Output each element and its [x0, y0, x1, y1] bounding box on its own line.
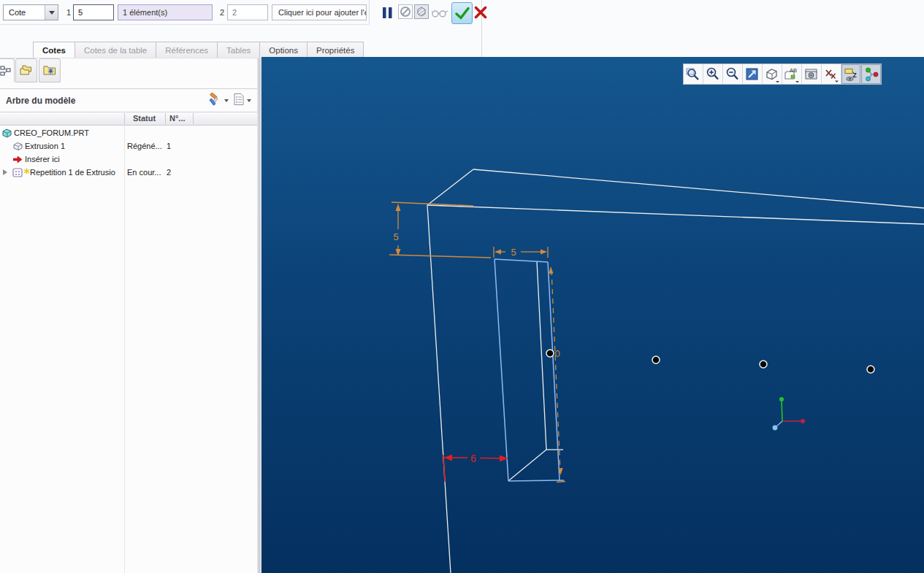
- tree-column-header: Statut N°...: [0, 112, 257, 126]
- tree-titlebar: Arbre du modèle: [0, 91, 257, 111]
- cancel-button[interactable]: [474, 6, 487, 22]
- tree-item-num: 2: [167, 168, 171, 177]
- dimension-type-select[interactable]: Cote: [3, 4, 58, 20]
- model-tree-icon: [0, 65, 11, 77]
- datum-point[interactable]: [652, 356, 660, 364]
- navigator-panel: ✳ Arbre du modèle Statut N°... CREO_FORU…: [0, 58, 257, 573]
- tree-item-label[interactable]: Extrusion 1: [25, 142, 123, 150]
- dashboard-tabs: Cotes Cotes de la table Références Table…: [33, 42, 364, 58]
- tree-row-insert-here[interactable]: Insérer ici: [0, 153, 257, 166]
- no-preview-button[interactable]: [398, 4, 413, 19]
- model-geometry: 5 5 0: [261, 57, 924, 573]
- tree-columns-icon[interactable]: [232, 93, 245, 109]
- insert-here-arrow-icon: [13, 155, 23, 165]
- tab-references: Références: [156, 42, 218, 59]
- dashboard-bar: Cote 1 5 1 élément(s) 2 2 Cliquer ici po…: [0, 0, 924, 58]
- tree-item-label[interactable]: Insérer ici: [25, 155, 123, 164]
- folder-browser-tab[interactable]: [15, 58, 37, 82]
- model-tree-tab[interactable]: [0, 58, 15, 82]
- modified-asterisk-icon: [23, 167, 30, 176]
- extrusion-icon: [13, 142, 23, 153]
- preview-hatch-icon: [416, 6, 427, 18]
- favorites-icon: ✳: [43, 65, 56, 76]
- pattern-points[interactable]: [546, 350, 874, 373]
- datum-point[interactable]: [867, 366, 874, 373]
- tab-tables: Tables: [218, 42, 260, 59]
- reference-collector[interactable]: 1 élément(s): [118, 4, 213, 20]
- orientation-triad-icon: [773, 397, 805, 430]
- glasses-icon: [432, 7, 448, 20]
- part-icon: [2, 128, 12, 139]
- accept-button[interactable]: [451, 2, 473, 24]
- tree-columns-caret-icon[interactable]: [247, 99, 251, 102]
- dimension-top-horizontal[interactable]: 5: [494, 247, 548, 258]
- field1-label: 1: [66, 4, 71, 20]
- dimension-value-input[interactable]: 5: [73, 4, 114, 20]
- dimension-value[interactable]: 5: [511, 247, 516, 258]
- svg-text:✳: ✳: [47, 67, 54, 75]
- dimension-left-vertical[interactable]: 5: [389, 202, 491, 258]
- tree-item-statut: Régéné...: [127, 142, 164, 150]
- tree-title: Arbre du modèle: [0, 96, 208, 106]
- dimension-value[interactable]: 6: [470, 453, 476, 464]
- column-num[interactable]: N°...: [169, 114, 186, 123]
- tree-tools-caret-icon[interactable]: [224, 99, 229, 102]
- pause-icon[interactable]: [382, 7, 393, 22]
- sketch-section[interactable]: [495, 259, 564, 481]
- tree-column-divider: [124, 126, 125, 573]
- dimension-value[interactable]: 5: [393, 231, 398, 242]
- dimension-type-value: Cote: [4, 8, 45, 17]
- datum-point[interactable]: [546, 350, 554, 357]
- datum-point[interactable]: [760, 361, 767, 368]
- tree-item-label[interactable]: CREO_FORUM.PRT: [14, 128, 123, 137]
- dimension-value[interactable]: 0: [554, 348, 560, 359]
- dimension-bottom-red[interactable]: 6: [443, 453, 508, 482]
- tree-item-label[interactable]: Repetition 1 de Extrusio: [30, 168, 124, 177]
- field2-label: 2: [220, 4, 224, 20]
- dashboard-divider: [369, 0, 370, 24]
- tree-row-extrusion[interactable]: Extrusion 1 Régéné... 1: [0, 140, 257, 153]
- add-element-button[interactable]: Cliquer ici pour ajouter l'é: [272, 4, 367, 20]
- column-statut[interactable]: Statut: [133, 114, 156, 123]
- preview-button[interactable]: [414, 4, 429, 19]
- tab-cotes[interactable]: Cotes: [33, 42, 75, 59]
- tree-item-statut: En cour...: [127, 168, 164, 177]
- dashboard-underline: [0, 24, 369, 25]
- tab-cotes-de-la-table: Cotes de la table: [75, 42, 156, 59]
- no-preview-icon: [400, 6, 411, 18]
- tree-tools-icon[interactable]: [208, 93, 223, 109]
- chevron-down-icon[interactable]: [45, 5, 58, 20]
- favorites-tab[interactable]: ✳: [39, 58, 61, 82]
- tree-row-part[interactable]: CREO_FORUM.PRT: [0, 127, 257, 140]
- second-direction-input[interactable]: 2: [227, 4, 268, 20]
- accept-check-icon: [455, 7, 470, 20]
- graphics-viewport[interactable]: AB Z: [261, 57, 924, 573]
- folder-browser-icon: [20, 64, 33, 77]
- tree-row-pattern[interactable]: Repetition 1 de Extrusio En cour... 2: [0, 166, 257, 180]
- expander-icon[interactable]: [3, 169, 7, 175]
- cancel-x-icon: [474, 6, 487, 19]
- pattern-icon: [12, 168, 23, 179]
- tree-item-num: 1: [167, 142, 171, 150]
- navtabs-underline: [0, 88, 257, 89]
